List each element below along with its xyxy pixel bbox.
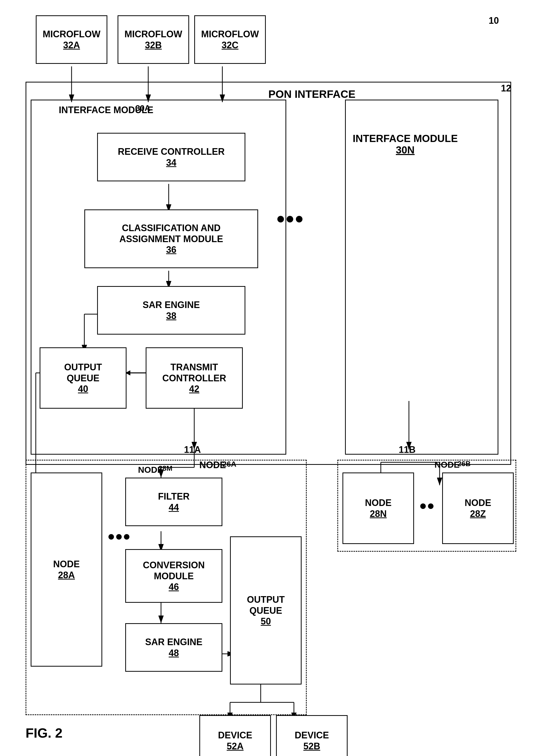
classification-module-box: CLASSIFICATION AND ASSIGNMENT MODULE 36 bbox=[84, 209, 258, 268]
device-52a-box: DEVICE 52A bbox=[199, 715, 271, 756]
ref-26a: 26A bbox=[222, 460, 236, 468]
ref-10: 10 bbox=[489, 15, 499, 26]
ref-28m: 28M bbox=[158, 464, 172, 473]
output-queue-40-box: OUTPUT QUEUE 40 bbox=[40, 347, 126, 409]
transmit-controller-box: TRANSMIT CONTROLLER 42 bbox=[146, 347, 243, 409]
figure-label: FIG. 2 bbox=[26, 725, 62, 741]
ellipsis-nodes-right: ●● bbox=[419, 498, 435, 513]
pon-interface-label: PON INTERFACE bbox=[268, 88, 356, 100]
microflow-32b: MICROFLOW 32B bbox=[117, 15, 189, 64]
node-28a-box: NODE 28A bbox=[31, 473, 102, 667]
ref-11b: 11B bbox=[399, 444, 416, 455]
ref-12: 12 bbox=[501, 83, 511, 94]
ellipsis-modules: ●●● bbox=[276, 209, 304, 227]
interface-module-30n-label: INTERFACE MODULE 30N bbox=[353, 133, 458, 156]
diagram: 10 PON INTERFACE 12 MICROFLOW 32A MICROF… bbox=[0, 0, 550, 756]
node-26a-label: NODE bbox=[199, 460, 226, 470]
ref-11a: 11A bbox=[184, 444, 201, 455]
filter-44-box: FILTER 44 bbox=[125, 478, 222, 526]
ref-26b: 26B bbox=[458, 460, 471, 468]
receive-controller-box: RECEIVE CONTROLLER 34 bbox=[97, 133, 245, 181]
device-52b-box: DEVICE 52B bbox=[276, 715, 348, 756]
sar-engine-48-box: SAR ENGINE 48 bbox=[125, 623, 222, 672]
output-queue-50-box: OUTPUT QUEUE 50 bbox=[230, 536, 302, 684]
ellipsis-nodes-left: ●●● bbox=[107, 529, 131, 544]
node-28z-box: NODE 28Z bbox=[442, 473, 514, 544]
node-28n-box: NODE 28N bbox=[343, 473, 414, 544]
microflow-32a: MICROFLOW 32A bbox=[36, 15, 107, 64]
node-26b-label: NODE bbox=[435, 460, 460, 470]
sar-engine-38-box: SAR ENGINE 38 bbox=[97, 286, 245, 335]
microflow-32c: MICROFLOW 32C bbox=[194, 15, 266, 64]
conversion-module-46-box: CONVERSION MODULE 46 bbox=[125, 549, 222, 603]
